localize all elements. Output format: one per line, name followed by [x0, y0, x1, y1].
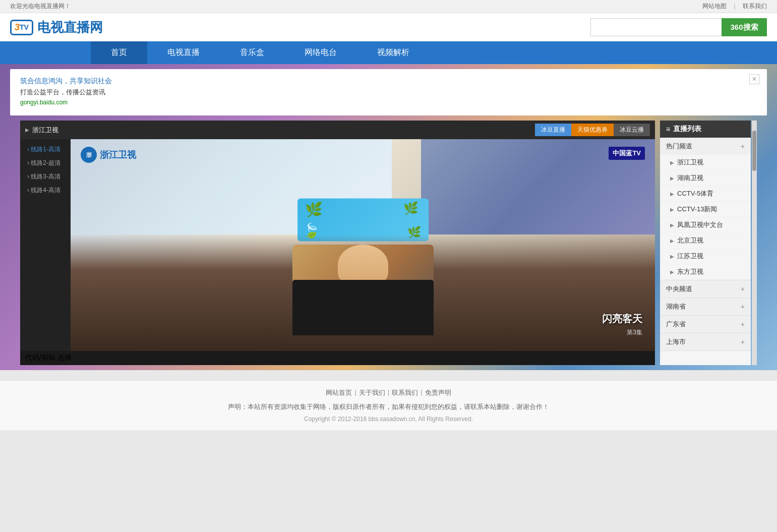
channel-item-cctv5[interactable]: ▶ CCTV-5体育	[660, 186, 751, 202]
line-item-4[interactable]: 线路4-高清	[24, 184, 67, 197]
channel-item-beijing[interactable]: ▶ 北京卫视	[660, 233, 751, 249]
player-top-buttons: 冰豆直播 天猫优惠券 冰豆云播	[535, 124, 650, 136]
shanghai-expand-icon: +	[741, 338, 745, 346]
footer-link-disclaimer[interactable]: 免责声明	[425, 388, 451, 397]
ad-close-button[interactable]: ×	[749, 74, 759, 84]
guangdong-section: 广东省 +	[660, 316, 751, 333]
player-top-bar: ▶ 浙江卫视 冰豆直播 天猫优惠券 冰豆云播	[20, 121, 655, 139]
guangdong-label: 广东省	[666, 320, 686, 329]
channel-item-hn[interactable]: ▶ 湖南卫视	[660, 170, 751, 186]
footer-copyright: Copyright © 2012-2018 bbs.sasadown.cn, A…	[8, 416, 769, 423]
lines-panel: 线路1-高清 线路2-超清 线路3-高清 线路4-高清	[20, 139, 71, 351]
btn-cloud[interactable]: 冰豆云播	[614, 124, 650, 136]
play-icon-beijing: ▶	[670, 238, 674, 244]
player-bottom-left: 代码/剪辑 选择	[25, 353, 72, 363]
channel-name-fenghuang: 凤凰卫视中文台	[677, 220, 723, 229]
channel-item-zj[interactable]: ▶ 浙江卫视	[660, 155, 751, 170]
person-body	[292, 280, 434, 335]
person-figure	[292, 245, 434, 335]
logo-text: 电视直播网	[37, 19, 103, 36]
channel-name-hn: 湖南卫视	[677, 173, 703, 183]
shanghai-header[interactable]: 上海市 +	[660, 333, 751, 350]
nav-item-music[interactable]: 音乐盒	[220, 41, 284, 64]
ad-line2: 打造公益平台，传播公益资讯	[20, 88, 757, 97]
line-item-1[interactable]: 线路1-高清	[24, 143, 67, 156]
guangdong-header[interactable]: 广东省 +	[660, 316, 751, 333]
play-icon-dongfang: ▶	[670, 269, 674, 275]
channel-title: ▶ 浙江卫视	[25, 126, 58, 135]
footer-divider2: |	[388, 388, 389, 397]
ad-banner: 筑合信息鸿沟，共享知识社会 打造公益平台，传播公益资讯 gongyi.baidu…	[10, 69, 767, 115]
channel-name-cctv5: CCTV-5体育	[677, 189, 713, 198]
footer-notice: 声明：本站所有资源均收集于网络，版权归原作者所有，如果有侵犯到您的权益，请联系本…	[8, 402, 769, 411]
line-item-3[interactable]: 线路3-高清	[24, 170, 67, 183]
sidebar-title: 直播列表	[673, 125, 701, 134]
channel-name-zj: 浙江卫视	[677, 158, 703, 167]
channel-item-cctv13[interactable]: ▶ CCTV-13新闻	[660, 202, 751, 217]
channel-item-jiangsu[interactable]: ▶ 江苏卫视	[660, 249, 751, 264]
channel-item-fenghuang[interactable]: ▶ 凤凰卫视中文台	[660, 217, 751, 233]
channel-name-cctv13: CCTV-13新闻	[677, 205, 717, 214]
ad-link[interactable]: 筑合信息鸿沟，共享知识社会	[20, 77, 112, 85]
sidebar-header: ≡ 直播列表	[660, 121, 751, 138]
hunan-section: 湖南省 +	[660, 298, 751, 316]
line-item-2[interactable]: 线路2-超清	[24, 157, 67, 169]
central-header[interactable]: 中央频道 +	[660, 280, 751, 298]
search-button[interactable]: 360搜索	[722, 18, 767, 36]
nav-item-radio[interactable]: 网络电台	[284, 41, 357, 64]
footer: 网站首页 | 关于我们 | 联系我们 | 免责声明 声明：本站所有资源均收集于网…	[0, 380, 777, 430]
hunan-header[interactable]: 湖南省 +	[660, 298, 751, 315]
video-show-title: 闪亮客天	[602, 312, 642, 326]
header: 3 TV 电视直播网 360搜索	[0, 13, 777, 41]
search-input[interactable]	[590, 18, 722, 36]
ad-text: 筑合信息鸿沟，共享知识社会 打造公益平台，传播公益资讯 gongyi.baidu…	[20, 77, 757, 106]
footer-link-about[interactable]: 关于我们	[359, 388, 385, 397]
footer-link-home[interactable]: 网站首页	[326, 388, 352, 397]
divider1: ｜	[732, 2, 738, 11]
logo-tv: TV	[20, 23, 29, 31]
channel-name-dongfang: 东方卫视	[677, 267, 703, 276]
video-screen: 浙 浙江卫视 中国蓝TV 🌿 🌿 🍃 🌿	[71, 139, 655, 351]
footer-link-contact[interactable]: 联系我们	[392, 388, 418, 397]
shanghai-label: 上海市	[666, 337, 686, 346]
player-container: ▶ 浙江卫视 冰豆直播 天猫优惠券 冰豆云播 线路1-高清 线路2-超清	[20, 121, 655, 365]
footer-links: 网站首页 | 关于我们 | 联系我们 | 免责声明	[8, 388, 769, 397]
channel-name: 浙江卫视	[32, 126, 58, 135]
hot-channels-header[interactable]: 热门频道 +	[660, 138, 751, 155]
sidebar-scrollbar[interactable]	[752, 121, 757, 365]
video-logo-right: 中国蓝TV	[609, 147, 645, 160]
leaf-icon-tl: 🌿	[305, 201, 323, 217]
hunan-label: 湖南省	[666, 302, 686, 311]
list-icon: ≡	[666, 125, 670, 133]
banner-area: 筑合信息鸿沟，共享知识社会 打造公益平台，传播公益资讯 gongyi.baidu…	[0, 64, 777, 370]
main-content: ▶ 浙江卫视 冰豆直播 天猫优惠券 冰豆云播 线路1-高清 线路2-超清	[20, 121, 757, 365]
footer-divider1: |	[354, 388, 356, 397]
arrow-icon: ▶	[25, 127, 29, 133]
btn-live[interactable]: 冰豆直播	[535, 124, 571, 136]
sidebar-wrapper: ≡ 直播列表 热门频道 + ▶ 浙江卫视 ▶ 湖南卫视	[655, 121, 757, 365]
person-face	[338, 245, 388, 285]
video-episode: 第3集	[627, 328, 642, 337]
nav-item-video[interactable]: 视频解析	[357, 41, 430, 64]
sitemap-link[interactable]: 网站地图	[702, 2, 727, 11]
channel-name-beijing: 北京卫视	[677, 236, 703, 245]
hot-expand-icon: +	[741, 142, 745, 150]
btn-coupon[interactable]: 天猫优惠券	[571, 124, 614, 136]
scrollbar-thumb[interactable]	[752, 131, 756, 171]
channel-name-jiangsu: 江苏卫视	[677, 252, 703, 261]
video-channel-name: 浙江卫视	[100, 149, 136, 161]
nav: 首页 电视直播 音乐盒 网络电台 视频解析	[0, 41, 777, 64]
nav-item-tv[interactable]: 电视直播	[147, 41, 220, 64]
logo-box: 3 TV	[10, 20, 33, 35]
nav-item-home[interactable]: 首页	[91, 41, 147, 64]
leaf-icon-tr: 🌿	[403, 201, 419, 215]
play-icon-hn: ▶	[670, 175, 674, 181]
channel-item-dongfang[interactable]: ▶ 东方卫视	[660, 264, 751, 280]
video-logo-left: 浙 浙江卫视	[81, 147, 136, 163]
hunan-expand-icon: +	[741, 303, 745, 311]
play-icon-zj: ▶	[670, 160, 674, 165]
video-person-area	[71, 234, 655, 351]
contact-link[interactable]: 联系我们	[743, 2, 767, 11]
player-wrapper: ▶ 浙江卫视 冰豆直播 天猫优惠券 冰豆云播 线路1-高清 线路2-超清	[20, 121, 655, 365]
player-bottom-bar: 代码/剪辑 选择	[20, 351, 655, 365]
